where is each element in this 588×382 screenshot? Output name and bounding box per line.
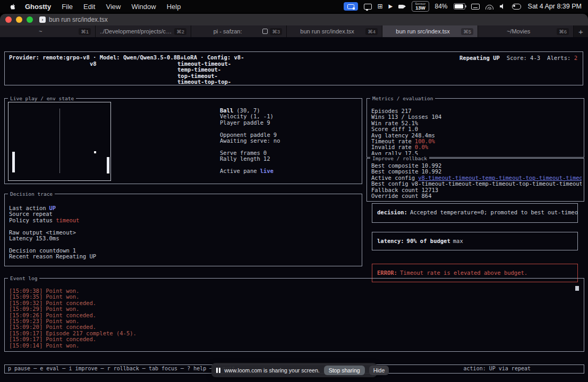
stop-sharing-button[interactable]: Stop sharing <box>324 366 365 375</box>
metric-row: Invalid rate0.0% <box>371 144 441 150</box>
provider-model-config-line: Provider: remote:grpo-v8 · Model: Qwen/Q… <box>9 55 244 60</box>
latency-message: latency:90% of budgetmax <box>377 238 463 244</box>
metric-row: Win rate52.1% <box>371 120 441 126</box>
pong-field <box>8 102 111 181</box>
tab-home[interactable]: ~ ⌘1 <box>0 25 96 37</box>
stat-row: Active panelive <box>220 168 280 174</box>
window-title-bar[interactable]: bun run src/index.tsx <box>0 14 588 25</box>
tab-label: pi - safzan: <box>195 28 260 34</box>
decision-row: Sourcerepeat <box>9 211 96 217</box>
tab-pi-safzan[interactable]: pi - safzan: ⌘3 <box>191 25 287 37</box>
header-status-right: Repeating UP Score: 4-3 Alerts: 2 <box>459 55 577 61</box>
metrics-box-title: Metrics / evaluation <box>370 95 435 102</box>
window-tiling-icon[interactable]: ⊞ <box>378 3 383 10</box>
config-wrap-line: timeout-timeout- <box>177 61 231 67</box>
pause-icon[interactable] <box>216 368 220 373</box>
menu-view[interactable]: View <box>106 3 121 11</box>
provider-wrap-line: v8 <box>90 61 97 67</box>
decision-row: Recent reasonRepeating UP <box>9 254 96 259</box>
stat-row: Opponent paddle9 <box>220 132 280 138</box>
close-button[interactable] <box>5 16 12 23</box>
improve-rollback-box: Improve / rollback Best composite10.992 … <box>367 158 584 202</box>
tab-badge-icon <box>262 29 268 34</box>
menu-help[interactable]: Help <box>167 3 181 11</box>
sensor-badge[interactable]: Sensor 13W <box>412 1 429 12</box>
tab-development-projects[interactable]: ../Development/projects/code.. ⌘2 <box>96 25 191 37</box>
metric-row: Timeout rate100.0% <box>371 138 441 144</box>
new-tab-button[interactable]: + <box>574 25 588 37</box>
tab-movies[interactable]: ~/Movies ⌘6 <box>478 25 574 37</box>
tab-label: bun run src/index.tsx <box>387 28 459 34</box>
decision-row: Policy statustimeout <box>9 218 96 223</box>
opponent-paddle <box>107 157 109 173</box>
tab-label: ../Development/projects/code.. <box>100 28 172 34</box>
tab-shortcut: ⌘3 <box>270 28 282 35</box>
metric-row: Wins113 / Losses 104 <box>371 114 441 120</box>
menu-edit[interactable]: Edit <box>83 3 95 11</box>
error-message: ERROR:Timeout rate is elevated above bud… <box>377 270 527 276</box>
battery-icon[interactable] <box>454 3 465 10</box>
improve-row: Best configv8-timeout-timeout-temp-timeo… <box>371 181 582 187</box>
config-wrap-line: timeout-top-top- <box>177 79 231 85</box>
config-wrap-line: top-timeout- <box>177 73 231 79</box>
app-menu-ghostty[interactable]: Ghostty <box>25 3 51 11</box>
action-status: action: UP via repeat <box>464 366 531 371</box>
tab-shortcut: ⌘2 <box>174 28 186 35</box>
apple-logo-icon[interactable] <box>10 3 16 11</box>
video-camera-icon[interactable] <box>398 5 404 8</box>
tab-label: ~ <box>4 28 76 34</box>
menu-window[interactable]: Window <box>131 3 156 11</box>
minimize-button[interactable] <box>16 16 22 23</box>
wifi-icon[interactable] <box>485 4 494 10</box>
event-log-scroll-indicator[interactable] <box>575 286 579 291</box>
decision-message-box: decision:Accepted temperature=0; promote… <box>372 203 578 223</box>
latency-message-box: latency:90% of budgetmax <box>372 232 578 250</box>
decision-rows: Last actionUP Sourcerepeat Policy status… <box>9 205 96 260</box>
decision-message: decision:Accepted temperature=0; promote… <box>377 209 578 215</box>
improve-row: Override count864 <box>371 193 582 199</box>
display-icon[interactable] <box>364 4 372 10</box>
play-icon[interactable]: ▶ <box>389 4 393 9</box>
hide-button[interactable]: Hide <box>369 366 389 375</box>
ghostty-app-icon <box>39 16 46 23</box>
tab-label: bun run src/index.tsx <box>291 28 363 34</box>
volume-icon[interactable] <box>500 4 506 9</box>
metrics-box: Metrics / evaluation Episodes217 Wins113… <box>367 98 584 158</box>
alerts-indicator: Alerts: 2 <box>547 55 577 61</box>
menu-bar: Ghostty File Edit View Window Help ⊞ ▶ S… <box>0 0 588 13</box>
decision-trace-box: Decision trace Last actionUP Sourcerepea… <box>4 194 362 266</box>
alerts-count: 2 <box>574 55 577 61</box>
improve-row: Best composite10.992 <box>371 163 582 169</box>
keybinding-hints: p pause ─ e eval ─ i improve ─ r rollbac… <box>8 366 235 371</box>
improve-row: Fallback count12713 <box>371 187 582 193</box>
screen-sharing-indicator[interactable] <box>344 2 358 11</box>
event-log-entry: [15:09:17]Point conceded. <box>9 336 137 342</box>
zoom-button[interactable] <box>27 16 33 23</box>
tab-shortcut: ⌘6 <box>557 28 569 35</box>
tab-bun-run-5-active[interactable]: bun run src/index.tsx ⌘5 <box>382 25 478 37</box>
metric-row: Score diff1.0 <box>371 126 441 132</box>
menu-bar-clock[interactable]: Sat 4 Apr 8:39 PM <box>528 3 582 10</box>
window-title: bun run src/index.tsx <box>49 16 108 23</box>
event-log-entry: [15:09:14]Point won. <box>9 343 137 349</box>
stat-row: Awaiting serve:no <box>220 138 280 144</box>
window-title-wrap: bun run src/index.tsx <box>39 16 108 23</box>
decision-row: Decision countdown1 <box>9 248 96 254</box>
mode-indicator: Repeating UP <box>459 55 500 61</box>
tab-bun-run-4[interactable]: bun run src/index.tsx ⌘4 <box>287 25 382 37</box>
config-wrap-lines: timeout-timeout- temp-timeout- top-timeo… <box>177 61 231 85</box>
decision-box-title: Decision trace <box>8 190 55 197</box>
decision-row: Raw output<timeout> <box>9 230 96 236</box>
pong-ball <box>94 151 96 153</box>
menu-file[interactable]: File <box>62 3 73 11</box>
terminal-content[interactable]: Provider: remote:grpo-v8 · Model: Qwen/Q… <box>0 37 588 382</box>
sharing-message: www.loom.com is sharing your screen. <box>225 367 320 374</box>
control-center-icon[interactable] <box>512 4 521 10</box>
tab-label: ~/Movies <box>482 28 555 34</box>
improve-rows: Best composite10.992 Best composite10.99… <box>371 163 582 199</box>
tab-bar: ~ ⌘1 ../Development/projects/code.. ⌘2 p… <box>0 25 588 37</box>
env-state-stats: Ball(30, 7) Velocity(1, -1) Player paddl… <box>220 108 280 174</box>
keyboard-icon[interactable] <box>471 4 480 10</box>
stat-row: Player paddle9 <box>220 120 280 126</box>
score-indicator: Score: 4-3 <box>507 55 540 61</box>
